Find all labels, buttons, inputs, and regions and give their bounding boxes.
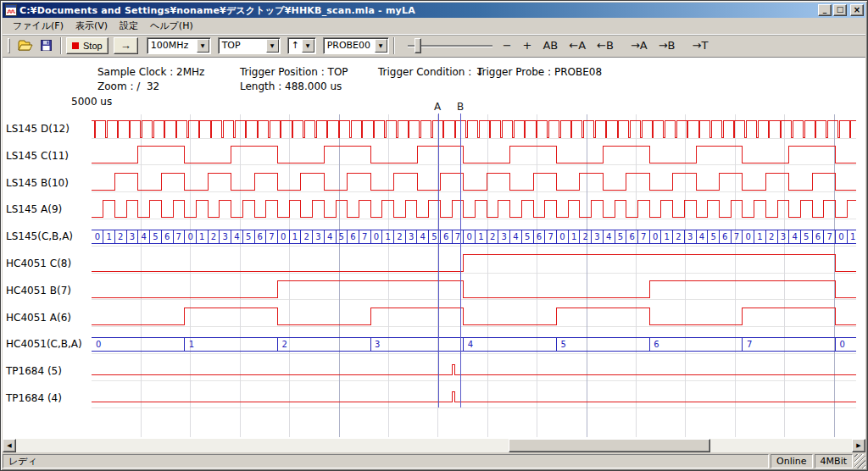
- waveform-area[interactable]: [3, 57, 865, 439]
- zoom-out-button[interactable]: −: [500, 39, 515, 52]
- menu-file[interactable]: ファイル(F): [7, 18, 70, 34]
- open-button[interactable]: [15, 36, 36, 55]
- stop-label: Stop: [83, 41, 103, 51]
- trigger-position-info: Trigger Position : TOP: [240, 66, 348, 78]
- channel-label: LS145 C(11): [6, 149, 91, 163]
- chevron-down-icon[interactable]: ▼: [375, 39, 387, 53]
- save-button[interactable]: [36, 36, 56, 55]
- status-message: レディ: [3, 454, 769, 468]
- sample-clock-select[interactable]: 100MHz ▼: [147, 37, 211, 54]
- menu-bar: ファイル(F) 表示(V) 設定 ヘルプ(H): [3, 18, 865, 34]
- zoom-in-button[interactable]: +: [520, 39, 535, 52]
- channel-label: LS145(C,B,A): [6, 230, 91, 243]
- trigger-probe-info: Trigger Probe : PROBE08: [477, 66, 602, 78]
- window-title: C:¥Documents and Settings¥noname¥デスクトップ¥…: [19, 4, 818, 17]
- run-button[interactable]: →: [114, 37, 138, 54]
- minimize-button[interactable]: _: [818, 4, 832, 16]
- length-info: Length : 488.000 us: [240, 80, 342, 92]
- chevron-down-icon[interactable]: ▼: [197, 39, 209, 53]
- floppy-disk-icon: [41, 40, 52, 51]
- app-window: C:¥Documents and Settings¥noname¥デスクトップ¥…: [0, 0, 868, 471]
- status-bar: レディ Online 4MBit: [3, 454, 865, 468]
- channel-label: TP1684 (4): [6, 391, 91, 405]
- trigger-position-value: TOP: [219, 40, 266, 51]
- move-a-right-button[interactable]: →A: [628, 39, 650, 52]
- cursor-a-label[interactable]: A: [432, 101, 442, 113]
- close-button[interactable]: ×: [850, 4, 864, 16]
- chevron-down-icon[interactable]: ▼: [266, 39, 279, 53]
- time-scale-label: 5000 us: [71, 96, 112, 108]
- menu-help[interactable]: ヘルプ(H): [144, 18, 199, 34]
- cursor-ab-button[interactable]: AB: [540, 39, 560, 52]
- move-b-right-button[interactable]: →B: [656, 39, 678, 52]
- maximize-button[interactable]: □: [833, 4, 847, 16]
- trigger-position-select[interactable]: TOP ▼: [218, 37, 281, 54]
- channel-label: HC4051 C(8): [6, 257, 91, 270]
- online-status-badge: Online: [771, 454, 812, 468]
- sample-clock-info: Sample Clock : 2MHz: [97, 66, 204, 78]
- cursor-b-label[interactable]: B: [455, 101, 465, 113]
- channel-label: LS145 A(9): [6, 202, 91, 216]
- horizontal-scrollbar[interactable]: ◀ ▶: [3, 439, 865, 452]
- channel-label: LS145 D(12): [6, 122, 91, 136]
- move-a-left-button[interactable]: ←A: [566, 39, 588, 52]
- stop-button[interactable]: Stop: [66, 37, 108, 54]
- trigger-probe-select[interactable]: PROBE00 ▼: [323, 37, 389, 54]
- toolbar: Stop → 100MHz ▼ TOP ▼ ↑ ▼ PROBE00 ▼ − + …: [3, 34, 865, 57]
- channel-label: TP1684 (5): [6, 364, 91, 378]
- stop-icon: [72, 42, 79, 49]
- menu-view[interactable]: 表示(V): [70, 18, 114, 34]
- channel-label: HC4051 B(7): [6, 284, 91, 297]
- toolbar-separator: [60, 37, 62, 54]
- channel-label: HC4051(C,B,A): [6, 337, 91, 351]
- sample-clock-value: 100MHz: [147, 40, 197, 51]
- slider-thumb[interactable]: [415, 38, 421, 53]
- toolbar-separator: [393, 37, 395, 54]
- toolbar-grip[interactable]: [8, 38, 10, 53]
- scroll-left-icon[interactable]: ◀: [3, 439, 16, 452]
- scroll-right-icon[interactable]: ▶: [852, 439, 865, 452]
- trigger-probe-value: PROBE00: [324, 40, 375, 51]
- zoom-info: Zoom : / 32: [97, 80, 159, 92]
- trigger-edge-value: ↑: [288, 40, 302, 51]
- memory-badge: 4MBit: [815, 454, 853, 468]
- trigger-edge-select[interactable]: ↑ ▼: [287, 37, 316, 54]
- open-folder-icon: [18, 40, 33, 51]
- channel-label: HC4051 A(6): [6, 311, 91, 324]
- goto-trigger-button[interactable]: →T: [689, 39, 710, 52]
- move-b-left-button[interactable]: ←B: [594, 39, 616, 52]
- scrollbar-thumb[interactable]: [509, 439, 710, 452]
- title-bar[interactable]: C:¥Documents and Settings¥noname¥デスクトップ¥…: [3, 3, 865, 18]
- menu-settings[interactable]: 設定: [114, 18, 144, 34]
- chevron-down-icon[interactable]: ▼: [302, 39, 314, 53]
- trigger-condition-info: Trigger Condition : ↓: [378, 66, 483, 78]
- zoom-slider[interactable]: [406, 36, 494, 55]
- channel-label: LS145 B(10): [6, 176, 91, 190]
- resize-grip[interactable]: [854, 454, 865, 468]
- app-icon: [5, 4, 17, 16]
